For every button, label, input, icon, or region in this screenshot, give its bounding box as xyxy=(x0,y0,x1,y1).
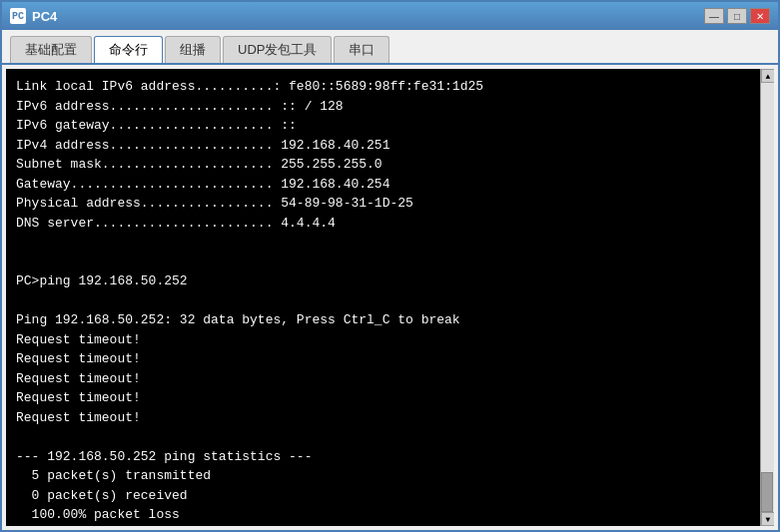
terminal-wrapper: Link local IPv6 address..........: fe80:… xyxy=(6,69,774,526)
window-icon: PC xyxy=(10,8,26,24)
tab-cmd[interactable]: 命令行 xyxy=(94,36,163,63)
title-buttons: — □ ✕ xyxy=(704,8,770,24)
maximize-button[interactable]: □ xyxy=(727,8,747,24)
close-button[interactable]: ✕ xyxy=(750,8,770,24)
title-bar-left: PC PC4 xyxy=(10,8,57,24)
content-area: Link local IPv6 address..........: fe80:… xyxy=(2,65,778,530)
tab-multicast[interactable]: 组播 xyxy=(165,36,221,63)
scroll-down-button[interactable]: ▼ xyxy=(761,512,774,526)
scrollbar-thumb[interactable] xyxy=(761,472,773,512)
scrollbar-track[interactable] xyxy=(761,83,774,512)
tab-basic[interactable]: 基础配置 xyxy=(10,36,92,63)
tab-bar: 基础配置 命令行 组播 UDP发包工具 串口 xyxy=(2,30,778,65)
window-title: PC4 xyxy=(32,9,57,24)
tab-serial[interactable]: 串口 xyxy=(334,36,390,63)
scroll-up-button[interactable]: ▲ xyxy=(761,69,774,83)
main-window: PC PC4 — □ ✕ 基础配置 命令行 组播 UDP发包工具 串口 Link… xyxy=(0,0,780,532)
minimize-button[interactable]: — xyxy=(704,8,724,24)
title-bar: PC PC4 — □ ✕ xyxy=(2,2,778,30)
tab-udp[interactable]: UDP发包工具 xyxy=(223,36,332,63)
scrollbar: ▲ ▼ xyxy=(760,69,774,526)
terminal-output[interactable]: Link local IPv6 address..........: fe80:… xyxy=(6,69,760,526)
